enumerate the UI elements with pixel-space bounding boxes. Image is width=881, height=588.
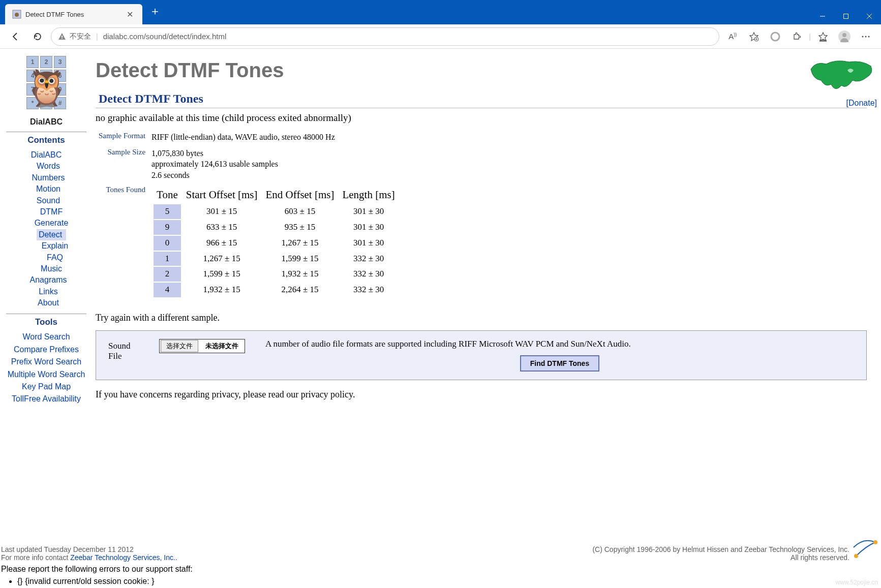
- start-cell: 301 ± 15: [183, 204, 261, 219]
- th-start: Start Offset [ms]: [183, 187, 261, 203]
- svg-rect-3: [844, 14, 848, 19]
- end-cell: 935 ± 15: [263, 220, 338, 235]
- start-cell: 1,932 ± 15: [183, 283, 261, 297]
- site-logo[interactable]: 123 456 789 *0# 🦉: [22, 56, 71, 114]
- try-again-text: Try again with a different sample.: [96, 313, 867, 323]
- nav-about[interactable]: About: [2, 297, 90, 308]
- sample-size-value: 1,075,830 bytes approximately 124,613 us…: [151, 146, 400, 183]
- nav-explain[interactable]: Explain: [2, 240, 90, 252]
- nav-music[interactable]: Music: [2, 263, 90, 274]
- more-button[interactable]: [857, 27, 875, 46]
- page-title: Detect DTMF Tones: [96, 59, 867, 82]
- new-tab-button[interactable]: ＋: [142, 4, 168, 19]
- logo-text: DialABC: [2, 117, 90, 127]
- read-aloud-button[interactable]: A)): [723, 27, 742, 46]
- nav-words[interactable]: Words: [2, 161, 90, 172]
- table-row: 5 301 ± 15 603 ± 15 301 ± 30: [154, 204, 398, 219]
- warning-icon: [57, 32, 67, 41]
- sample-info-table: Sample Format RIFF (little-endian) data,…: [96, 129, 401, 301]
- ukraine-map-icon[interactable]: [806, 55, 877, 96]
- table-row: 1 1,267 ± 15 1,599 ± 15 332 ± 30: [154, 252, 398, 266]
- start-cell: 966 ± 15: [183, 236, 261, 251]
- tools-list: Word Search Compare Prefixes Prefix Word…: [2, 331, 90, 405]
- error-item: {} {invalid current/old session cookie: …: [17, 577, 880, 586]
- browser-titlebar: Detect DTMF Tones ✕ ＋: [0, 0, 881, 24]
- nav-numbers[interactable]: Numbers: [2, 172, 90, 183]
- url-text: dialabc.com/sound/detect/index.html: [103, 32, 227, 41]
- security-indicator: 不安全: [57, 32, 91, 41]
- end-cell: 1,932 ± 15: [263, 267, 338, 282]
- nav-detect[interactable]: Detect: [37, 229, 66, 240]
- sample-format-label: Sample Format: [97, 130, 150, 145]
- upload-form: Sound File 选择文件 未选择文件 A number of audio …: [96, 330, 867, 380]
- th-tone: Tone: [154, 187, 181, 203]
- tool-tollfree[interactable]: TollFree Availability: [2, 393, 90, 405]
- nav-anagrams[interactable]: Anagrams: [2, 274, 90, 286]
- start-cell: 1,599 ± 15: [183, 267, 261, 282]
- browser-tab[interactable]: Detect DTMF Tones ✕: [5, 4, 142, 24]
- discover-button[interactable]: [766, 27, 784, 46]
- last-updated: Last updated Tuesday December 11 2012: [1, 545, 134, 553]
- length-cell: 332 ± 30: [339, 252, 398, 266]
- tools-header: Tools: [2, 317, 90, 327]
- error-message: no graphic available at this time (child…: [96, 112, 867, 123]
- extensions-button[interactable]: [787, 27, 806, 46]
- svg-point-11: [771, 33, 779, 41]
- choose-file-button[interactable]: 选择文件: [161, 340, 198, 352]
- nav-links[interactable]: Links: [2, 286, 90, 297]
- table-row: 9 633 ± 15 935 ± 15 301 ± 30: [154, 220, 398, 235]
- privacy-note: If you have concerns regarding privacy, …: [96, 389, 867, 400]
- back-button[interactable]: [6, 27, 24, 46]
- page-footer: Last updated Tuesday December 11 2012 (C…: [1, 545, 880, 586]
- nav-motion[interactable]: Motion: [2, 183, 90, 195]
- file-input[interactable]: 选择文件 未选择文件: [159, 339, 245, 353]
- favorites-bar-button[interactable]: [814, 27, 832, 46]
- sound-file-label: Sound File: [108, 339, 139, 361]
- svg-point-18: [868, 36, 870, 37]
- address-bar[interactable]: 不安全 | dialabc.com/sound/detect/index.htm…: [51, 27, 719, 46]
- tool-word-search[interactable]: Word Search: [2, 331, 90, 343]
- sidebar: 123 456 789 *0# 🦉 DialABC Contents DialA…: [0, 49, 93, 588]
- svg-point-15: [842, 33, 846, 37]
- svg-point-16: [862, 36, 864, 37]
- moreinfo-prefix: For more info contact: [1, 553, 70, 562]
- end-cell: 1,267 ± 15: [263, 236, 338, 251]
- find-tones-button[interactable]: Find DTMF Tones: [520, 355, 599, 372]
- window-minimize-button[interactable]: [811, 8, 834, 24]
- tool-key-pad-map[interactable]: Key Pad Map: [2, 381, 90, 392]
- contents-header: Contents: [2, 135, 90, 145]
- donate-link[interactable]: [Donate]: [846, 99, 877, 108]
- no-file-text: 未选择文件: [199, 342, 245, 351]
- tool-multiple-word-search[interactable]: Multiple Word Search: [2, 369, 90, 380]
- nav-dialabc[interactable]: DialABC: [2, 149, 90, 161]
- end-cell: 2,264 ± 15: [263, 283, 338, 297]
- tool-prefix-word-search[interactable]: Prefix Word Search: [2, 356, 90, 367]
- watermark: www.52pojie.cn: [836, 579, 878, 586]
- copyright: (C) Copyright 1996-2006 by Helmut Hissen…: [592, 545, 880, 553]
- svg-point-1: [15, 13, 19, 17]
- tab-favicon-icon: [12, 10, 21, 19]
- refresh-button[interactable]: [28, 27, 47, 46]
- window-close-button[interactable]: [858, 8, 881, 24]
- table-row: 4 1,932 ± 15 2,264 ± 15 332 ± 30: [154, 283, 398, 297]
- nav-list: DialABC Words Numbers Motion Sound DTMF …: [2, 149, 90, 308]
- window-maximize-button[interactable]: [834, 8, 858, 24]
- tone-cell: 4: [154, 283, 181, 297]
- nav-sound[interactable]: Sound: [2, 195, 90, 206]
- nav-faq[interactable]: FAQ: [2, 252, 90, 263]
- end-cell: 1,599 ± 15: [263, 252, 338, 266]
- zeebar-link[interactable]: Zeebar Technology Services, Inc..: [70, 553, 177, 562]
- nav-dtmf[interactable]: DTMF: [2, 206, 90, 218]
- favorite-button[interactable]: [745, 27, 763, 46]
- nav-generate[interactable]: Generate: [2, 218, 90, 229]
- profile-button[interactable]: [835, 27, 854, 46]
- tones-found-label: Tones Found: [97, 183, 150, 300]
- tool-compare-prefixes[interactable]: Compare Prefixes: [2, 344, 90, 355]
- end-cell: 603 ± 15: [263, 204, 338, 219]
- tab-close-button[interactable]: ✕: [125, 9, 135, 20]
- tab-title: Detect DTMF Tones: [25, 11, 125, 18]
- length-cell: 332 ± 30: [339, 267, 398, 282]
- tones-table: Tone Start Offset [ms] End Offset [ms] L…: [151, 185, 400, 298]
- th-end: End Offset [ms]: [263, 187, 338, 203]
- length-cell: 332 ± 30: [339, 283, 398, 297]
